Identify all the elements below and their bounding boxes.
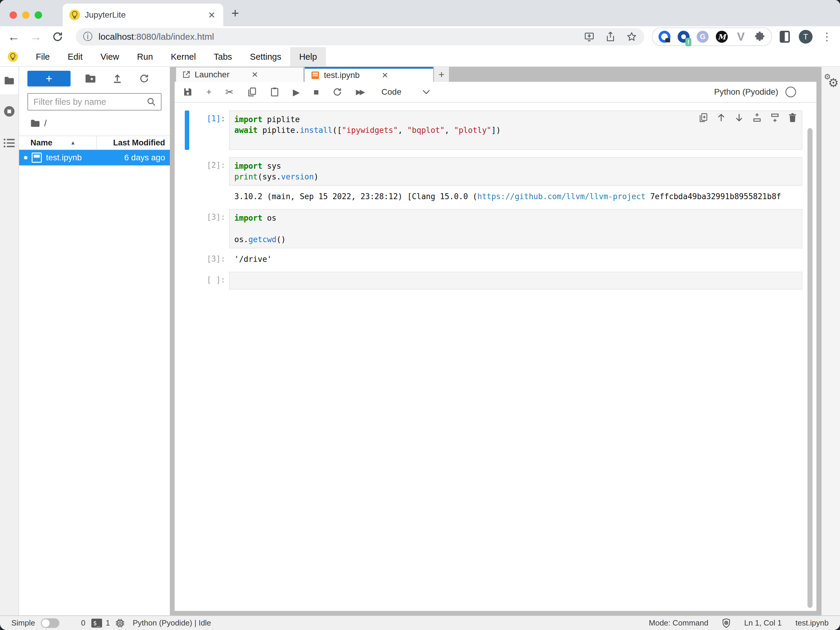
stop-kernel-icon[interactable]: ■ [313,87,319,97]
forward-icon[interactable]: → [30,31,42,43]
paste-cells-icon[interactable] [270,87,279,97]
simple-mode-toggle[interactable] [41,618,59,628]
jupyterlite-logo-icon [8,52,18,62]
running-kernels-tab-icon[interactable] [0,105,19,118]
add-tab-button[interactable]: + [434,67,449,82]
code-cell[interactable]: [3]:import os os.getcwd() [175,209,802,248]
terminal-icon: $_ [92,619,102,628]
delete-cell-icon[interactable] [788,113,797,122]
trust-shield-icon[interactable] [722,618,731,628]
code-cell[interactable]: [ ]: [175,272,802,290]
menu-help[interactable]: Help [290,47,326,66]
new-launcher-button[interactable]: + [27,71,71,86]
breadcrumb[interactable]: / [19,118,170,128]
save-icon[interactable] [183,87,193,97]
sidebar-splitter[interactable] [170,67,175,615]
browser-toolbar: ← → ⓘ localhost:8080/lab/index.html ! G [0,26,840,47]
code-cell[interactable]: [1]:import pipliteawait piplite.install(… [175,111,802,150]
statusbar-filename[interactable]: test.ipynb [796,618,829,628]
document-tabbar: Launcher ✕ test.ipynb ✕ + [175,67,816,82]
insert-cell-icon[interactable]: + [206,87,212,96]
install-app-icon[interactable] [584,32,595,42]
move-cell-up-icon[interactable] [717,113,726,122]
menu-run[interactable]: Run [128,47,162,66]
jupyterlab-shell: + / [0,67,840,615]
browser-menu-icon[interactable]: ⋮ [821,30,832,43]
table-of-contents-tab-icon[interactable] [0,138,19,148]
modified-column-header[interactable]: Last Modified [96,136,170,149]
menu-file[interactable]: File [27,47,59,66]
browser-tab-close-icon[interactable]: ✕ [207,10,217,20]
address-bar[interactable]: ⓘ localhost:8080/lab/index.html [76,28,644,46]
cell-output-prompt [175,188,229,202]
move-cell-down-icon[interactable] [734,113,744,122]
kernel-status-text[interactable]: Python (Pyodide) | Idle [133,618,212,628]
share-icon[interactable] [605,32,616,42]
cursor-position[interactable]: Ln 1, Col 1 [744,618,782,628]
tab-launcher[interactable]: Launcher ✕ [175,67,304,82]
kernel-status-icon[interactable] [785,87,796,97]
chevron-down-icon[interactable] [422,90,430,94]
file-row[interactable]: test.ipynb6 days ago [19,150,170,166]
browser-right-controls: T ⋮ [780,30,832,44]
insert-cell-below-icon[interactable] [770,113,780,122]
refresh-icon[interactable] [137,73,151,84]
file-filter-box[interactable] [27,93,161,111]
v-extension-icon[interactable]: V [735,31,747,43]
notebook-scrollbar[interactable] [807,128,813,608]
upload-icon[interactable] [111,73,124,84]
password-manager-extension-icon[interactable] [658,31,671,43]
menu-tabs[interactable]: Tabs [205,47,241,66]
code-cell[interactable]: [2]:import sysprint(sys.version) [175,157,802,186]
zoom-window-button[interactable] [35,11,42,19]
cell-output: 3.10.2 (main, Sep 15 2022, 23:28:12) [Cl… [175,188,802,202]
file-browser-tab-icon[interactable] [0,67,19,94]
notebook-cells: [1]:import pipliteawait piplite.install(… [175,111,816,290]
cell-toolbar [698,113,797,122]
menu-settings[interactable]: Settings [241,47,290,66]
file-name: test.ipynb [46,153,124,163]
blocker-extension-icon[interactable]: ! [677,31,690,43]
close-tab-icon[interactable]: ✕ [252,70,258,79]
insert-cell-above-icon[interactable] [752,113,762,122]
reload-icon[interactable] [52,31,63,43]
name-column-header[interactable]: Name ▲ [19,138,96,147]
cell-editor[interactable]: import pipliteawait piplite.install(["ip… [229,111,802,150]
minimize-window-button[interactable] [22,11,30,19]
run-cell-icon[interactable]: ▶ [293,87,300,97]
kernel-name[interactable]: Python (Pyodide) [714,87,778,97]
command-mode-indicator[interactable]: Mode: Command [649,618,708,628]
cell-editor[interactable] [229,272,802,290]
new-browser-tab-button[interactable]: + [231,6,239,20]
new-folder-icon[interactable] [84,74,97,83]
cell-output-text: '/drive' [229,251,802,265]
site-info-icon[interactable]: ⓘ [83,30,93,43]
status-bar: Simple 0 $_ 1 Python (Pyodide) | Idle Mo… [0,615,840,630]
cell-editor[interactable]: import os os.getcwd() [229,209,802,248]
profile-avatar[interactable]: T [799,30,813,44]
tab-notebook[interactable]: test.ipynb ✕ [305,67,433,82]
bookmark-star-icon[interactable] [626,32,637,42]
cell-editor[interactable]: import sysprint(sys.version) [229,157,802,186]
close-tab-icon[interactable]: ✕ [382,71,388,80]
file-filter-input[interactable] [33,97,147,107]
back-icon[interactable]: ← [8,31,20,43]
menu-edit[interactable]: Edit [59,47,92,66]
g-extension-icon[interactable]: G [697,31,709,43]
menu-kernel[interactable]: Kernel [162,47,205,66]
restart-run-all-icon[interactable]: ▶▶ [356,88,363,96]
m-extension-icon[interactable]: M [716,31,728,43]
restart-kernel-icon[interactable] [333,87,342,97]
cell-input-prompt: [2]: [175,157,229,186]
browser-tab[interactable]: JupyterLite ✕ [63,3,223,26]
copy-cells-icon[interactable] [248,87,256,97]
extensions-puzzle-icon[interactable] [754,31,765,43]
cell-type-select[interactable]: Code [382,87,401,97]
breadcrumb-root[interactable]: / [44,118,47,128]
close-window-button[interactable] [9,11,17,19]
home-folder-icon[interactable] [30,120,40,127]
menu-view[interactable]: View [92,47,128,66]
side-panel-icon[interactable] [780,31,790,43]
cut-cells-icon[interactable]: ✂ [225,86,234,98]
duplicate-cell-icon[interactable] [698,113,708,122]
